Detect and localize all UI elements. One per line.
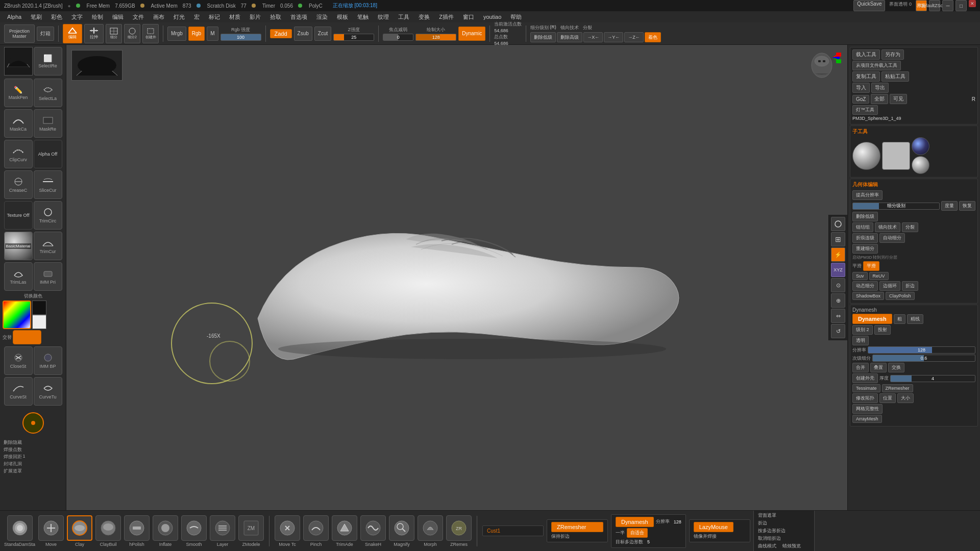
brush-layer[interactable]: Layer: [210, 515, 235, 547]
merge-btn[interactable]: 合并: [852, 363, 869, 372]
clip-curve-btn[interactable]: ClipCurv: [4, 140, 33, 168]
canvas-area[interactable]: -165X ⊞ ⚡ XYZ ⊙ ⊕ ⇔ ↺: [66, 45, 847, 510]
z-mirror-btn[interactable]: →Z←: [624, 32, 644, 42]
split-btn[interactable]: 分裂: [902, 222, 918, 232]
color-picker[interactable]: [3, 300, 31, 329]
goz-btn[interactable]: GoZ: [852, 95, 869, 104]
sphere-gray-preview[interactable]: [912, 156, 929, 174]
suv-btn[interactable]: Suv: [852, 272, 868, 280]
modify-topo-btn[interactable]: 修改拓扑: [852, 393, 878, 403]
menu-light[interactable]: 灯光: [169, 12, 189, 22]
dynamesh-bottom-btn[interactable]: Dynamesh: [616, 517, 654, 527]
center-btn[interactable]: ⊙: [831, 278, 845, 292]
delete-lower-btn[interactable]: 删除低级: [852, 212, 878, 221]
mirror-btn[interactable]: 镜向技术: [875, 222, 900, 232]
menu-pick[interactable]: 拾取: [266, 12, 285, 22]
menu-zplugin[interactable]: Z插件: [435, 12, 458, 22]
mask-rect-btn[interactable]: MaskRe: [34, 109, 62, 138]
select-rect-btn[interactable]: ⬜ SelectRe: [34, 47, 62, 76]
position-btn[interactable]: 位置: [879, 393, 896, 403]
subdiv-level-slider[interactable]: 细分级别: [852, 203, 940, 210]
z-strength-slider[interactable]: Z强度 25: [333, 27, 374, 41]
zadd-btn[interactable]: Zadd: [270, 29, 292, 38]
lamp-tool-btn[interactable]: 灯™工具: [852, 105, 878, 115]
brush-zremes[interactable]: ZR ZRemes: [446, 515, 472, 547]
brush-clay[interactable]: Clay: [67, 515, 92, 547]
visible-btn[interactable]: 可见: [890, 94, 907, 104]
quicksave-button[interactable]: QuickSave: [853, 0, 885, 11]
white-swatch[interactable]: [32, 315, 46, 329]
rough-btn[interactable]: 粗: [894, 314, 905, 324]
export-btn[interactable]: 导出: [871, 83, 889, 93]
m-btn[interactable]: M: [207, 27, 218, 41]
thickness-slider[interactable]: 4: [890, 375, 975, 382]
mrgb-btn[interactable]: Mrgb: [167, 27, 186, 41]
close-st-btn[interactable]: CloseSt: [4, 346, 33, 375]
tessimate-btn[interactable]: Tessimate: [852, 384, 880, 392]
menu-texture[interactable]: 纹理: [374, 12, 393, 22]
maximize-btn[interactable]: □: [955, 0, 967, 11]
rgb-btn[interactable]: Rgb: [188, 27, 205, 41]
menu-file[interactable]: 文件: [129, 12, 148, 22]
color-btn[interactable]: 着色: [645, 32, 661, 42]
edge-loop2-btn[interactable]: 边循环: [879, 281, 900, 291]
black-swatch[interactable]: [32, 300, 46, 315]
curve-tu-btn[interactable]: CurveTu: [34, 377, 62, 406]
subdiv2-btn[interactable]: 细分2: [124, 24, 140, 43]
lazymouse-btn[interactable]: LazyMouse: [694, 522, 733, 532]
xyz-view-btn[interactable]: XYZ: [831, 263, 845, 277]
menu-render[interactable]: 渲染: [312, 12, 332, 22]
auto-subdiv-btn[interactable]: 自动细分: [879, 233, 905, 243]
menu-tool[interactable]: 工具: [394, 12, 413, 22]
frame-btn[interactable]: 创建外: [142, 24, 159, 43]
crease-btn[interactable]: CreaseC: [4, 170, 33, 199]
pm3d-sphere2-preview[interactable]: [882, 142, 910, 170]
level2-btn[interactable]: 级别 2: [852, 325, 873, 335]
trim-curve-btn[interactable]: TrimCur: [34, 232, 62, 260]
menu-help[interactable]: 帮助: [506, 12, 526, 22]
mask-pen-btn[interactable]: ✏️ MaskPen: [4, 79, 33, 107]
menu-movie[interactable]: 影片: [246, 12, 265, 22]
imm-prim-btn[interactable]: IMM Pri: [34, 262, 62, 291]
menu-preferences[interactable]: 首选项: [286, 12, 311, 22]
move-btn[interactable]: 拉抻: [84, 24, 104, 43]
menu-edit[interactable]: 编辑: [108, 12, 128, 22]
brush-morph[interactable]: Morph: [418, 515, 443, 547]
create-shell-btn[interactable]: 创建外壳: [852, 373, 878, 383]
size-btn[interactable]: 大小: [897, 393, 914, 403]
texture-off-btn[interactable]: Texture Off: [4, 201, 33, 230]
rotate-icon-btn[interactable]: ↺: [831, 324, 845, 338]
dynamesh-main-btn[interactable]: Dynamesh: [852, 314, 892, 324]
exchange-btn[interactable]: 交换: [888, 363, 904, 372]
brush-snakeh[interactable]: SnakeH: [360, 515, 386, 547]
zcut-btn[interactable]: Zcut: [314, 27, 331, 41]
copy-tool-btn[interactable]: 复制工具: [852, 71, 880, 82]
menu-macro[interactable]: 宏: [190, 12, 204, 22]
crease-geo-btn[interactable]: 折痕连级: [852, 233, 878, 243]
menu-text[interactable]: 文字: [67, 12, 87, 22]
rgb-strength-slider[interactable]: Rgb 强度 100: [220, 27, 261, 41]
zremesher-bottom-btn[interactable]: ZRemesher: [551, 522, 603, 532]
reuv-btn[interactable]: ReUV: [869, 272, 889, 280]
increase-subdiv-btn[interactable]: 提高分辨率: [852, 190, 883, 200]
default-zscript-btn[interactable]: DefaultZScript: [929, 0, 940, 11]
clay-polish-btn[interactable]: ClayPolish: [886, 292, 915, 300]
brush-claybuild[interactable]: ClayBuil: [95, 515, 121, 547]
paste-tool-btn[interactable]: 粘贴工具: [881, 71, 909, 82]
rebuild-subdiv-btn[interactable]: 重建细分: [852, 244, 878, 254]
slice-curve-btn[interactable]: SliceCur: [34, 170, 62, 199]
del-higher-btn[interactable]: 删除高级: [557, 32, 582, 42]
shadow-box-btn[interactable]: ShadowBox: [852, 292, 884, 300]
brush-inflate[interactable]: Inflate: [153, 515, 178, 547]
load-from-file-btn[interactable]: 从项目文件载入工具: [852, 61, 901, 70]
menu-window[interactable]: 窗口: [459, 12, 478, 22]
gyro-btn[interactable]: ⊕: [831, 293, 845, 308]
edit-btn[interactable]: 编辑: [63, 24, 82, 43]
trim-circle-btn[interactable]: TrimCirc: [34, 201, 62, 230]
menu-stroke[interactable]: 笔触: [353, 12, 373, 22]
brush-magnify[interactable]: Magnify: [389, 515, 414, 547]
sphere-view-btn[interactable]: [831, 217, 845, 231]
curve-st-btn[interactable]: CurveSt: [4, 377, 33, 406]
y-mirror-btn[interactable]: →Y←: [604, 32, 623, 42]
dynamesh-res-slider[interactable]: 128: [868, 346, 975, 354]
